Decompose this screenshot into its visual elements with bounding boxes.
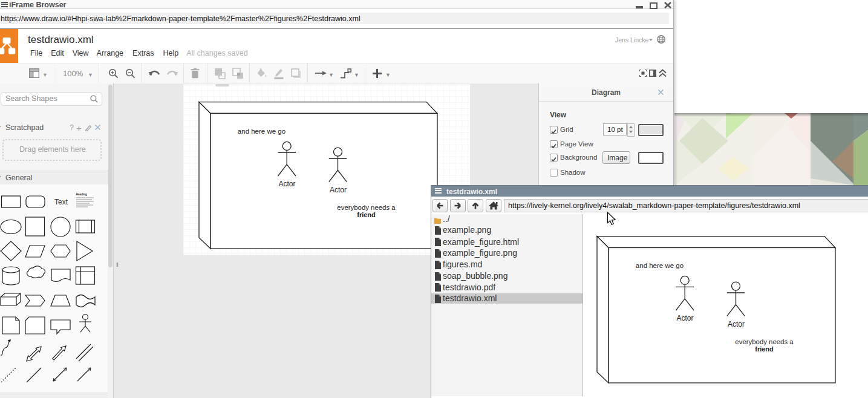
svg-text:Text: Text xyxy=(54,198,68,206)
svg-text:Heading: Heading xyxy=(76,193,87,196)
